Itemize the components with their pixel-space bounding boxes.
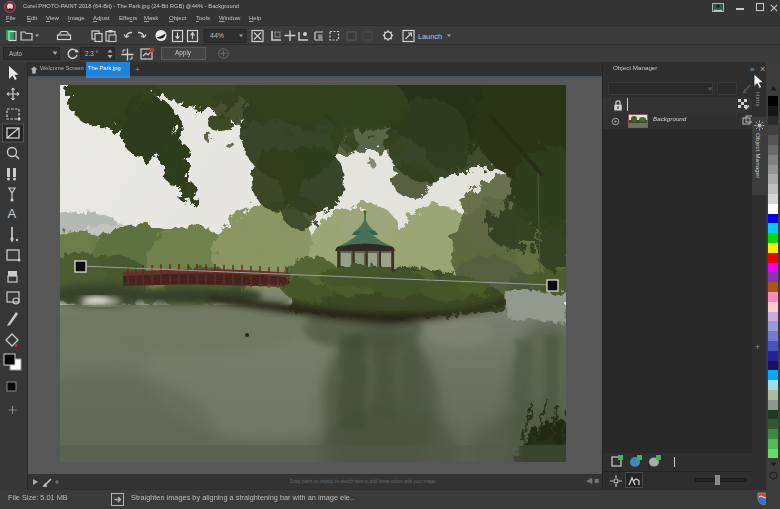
svg-text:Launch: Launch (418, 32, 442, 41)
svg-text:44%: 44% (210, 32, 224, 39)
svg-text:A: A (8, 206, 17, 221)
